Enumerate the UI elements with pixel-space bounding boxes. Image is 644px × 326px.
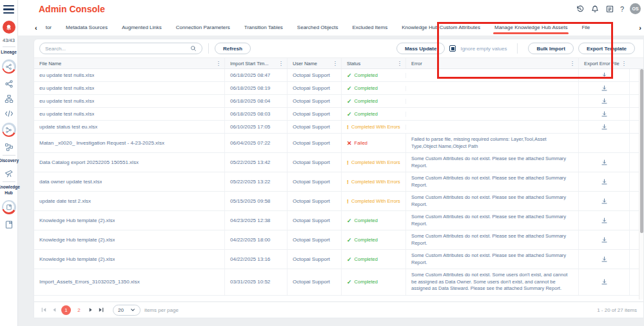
notifications-bell-icon[interactable]: [590, 5, 600, 14]
user-name-cell: Octopai Support: [287, 250, 341, 269]
tab-tor[interactable]: tor: [39, 20, 59, 35]
tab-manage-knowledge-hub-assets[interactable]: Manage Knowledge Hub Assets: [487, 20, 574, 35]
file-name-link[interactable]: Knowledge Hub template (2).xlsx: [39, 237, 115, 243]
download-icon[interactable]: [601, 72, 608, 79]
import-start-cell: 04/22/2025 13:16: [224, 250, 287, 269]
import-start-cell: 06/18/2025 08:04: [224, 95, 287, 107]
toolbar: Refresh Mass Update Ignore empty values …: [34, 39, 643, 57]
download-icon[interactable]: [601, 278, 608, 285]
column-menu-icon[interactable]: ⋮: [278, 60, 284, 66]
file-name-cell: eu update test nulls.xlsx: [34, 95, 224, 107]
column-header-label: Export Error File: [584, 61, 620, 66]
status-label: Completed: [355, 218, 378, 223]
download-icon[interactable]: [601, 110, 608, 117]
file-name-link[interactable]: data owner update test.xlsx: [39, 179, 102, 185]
table-row: Knowledge Hub template (2).xlsx04/22/202…: [34, 230, 643, 250]
telescope-icon[interactable]: [5, 169, 14, 178]
download-icon[interactable]: [601, 123, 608, 130]
file-name-link[interactable]: eu update test nulls.xlsx: [39, 111, 94, 117]
lineage-ring-icon[interactable]: [2, 59, 16, 74]
tab-file[interactable]: File: [574, 20, 597, 35]
status-cell: !Completed With Errors: [341, 192, 405, 210]
help-icon[interactable]: ?: [620, 5, 624, 13]
download-icon[interactable]: [601, 256, 608, 263]
tab-searched-objects[interactable]: Searched Objects: [290, 20, 346, 35]
page-size-select[interactable]: 20: [113, 305, 141, 316]
search-box[interactable]: [39, 43, 202, 54]
download-icon[interactable]: [601, 159, 608, 166]
download-icon[interactable]: [601, 236, 608, 243]
status-cell: ✓Completed: [341, 250, 405, 269]
refresh-button[interactable]: Refresh: [215, 43, 251, 54]
file-name-link[interactable]: eu update test nulls.xlsx: [39, 85, 94, 91]
error-cell: Some Custom Attributes do not exist. Ple…: [405, 192, 578, 210]
knowledge-hub-ring-icon[interactable]: [2, 200, 16, 214]
notebook-icon[interactable]: [5, 220, 14, 229]
mass-update-button[interactable]: Mass Update: [396, 43, 445, 54]
column-menu-icon[interactable]: ⋮: [570, 60, 576, 66]
file-name-link[interactable]: Matan _x0020_ Investigation Request - 4-…: [39, 140, 164, 146]
next-page-icon[interactable]: [88, 307, 94, 313]
export-template-button[interactable]: Export Template: [578, 43, 635, 54]
last-page-icon[interactable]: [98, 307, 104, 313]
file-name-cell: eu update test nulls.xlsx: [34, 69, 224, 81]
user-name-cell: Octopai Support: [287, 134, 341, 152]
ignore-empty-values-checkbox[interactable]: [449, 45, 456, 52]
table-row: eu update test nulls.xlsx06/18/2025 08:0…: [34, 108, 643, 121]
download-icon[interactable]: [601, 97, 608, 105]
sidebar-divider: [3, 46, 15, 47]
export-error-file-cell: [578, 108, 629, 120]
file-name-cell: Import_Assets_Errors_31032025_1350.xlsx: [34, 269, 224, 295]
share-ring-icon[interactable]: [2, 123, 16, 137]
page-button-1[interactable]: 1: [61, 305, 71, 315]
user-name-cell: Octopai Support: [287, 230, 341, 249]
file-name-link[interactable]: Import_Assets_Errors_31032025_1350.xlsx: [39, 279, 140, 285]
history-icon[interactable]: [576, 5, 585, 14]
tab-scroll-right-icon[interactable]: ›: [638, 24, 643, 32]
column-menu-icon[interactable]: ⋮: [216, 60, 222, 66]
octopus-logo[interactable]: [3, 21, 15, 34]
file-name-link[interactable]: Knowledge Hub template (2).xlsx: [39, 256, 115, 262]
column-header-label: User Name: [293, 61, 317, 66]
error-cell: Some Custom Attributes do not exist. Ple…: [405, 230, 578, 249]
page-button-2[interactable]: 2: [74, 305, 84, 315]
file-name-link[interactable]: eu update test nulls.xlsx: [39, 98, 94, 104]
share-nodes-icon[interactable]: [5, 79, 14, 88]
search-input[interactable]: [45, 46, 190, 52]
tab-connection-parameters[interactable]: Connection Parameters: [169, 20, 237, 35]
tab-transition-tables[interactable]: Transition Tables: [237, 20, 290, 35]
search-icon[interactable]: [190, 45, 197, 52]
file-name-link[interactable]: Knowledge Hub template (2).xlsx: [39, 218, 115, 223]
tab-knowledge-hub-custom-attributes[interactable]: Knowledge Hub Custom Attributes: [395, 20, 487, 35]
user-avatar[interactable]: OS: [630, 3, 641, 14]
file-name-link[interactable]: Data Catalog export 20252205 150551.xlsx: [39, 159, 139, 165]
code-compare-icon[interactable]: [5, 109, 14, 118]
linked-boxes-icon[interactable]: [5, 143, 14, 152]
bulk-import-button[interactable]: Bulk Import: [528, 43, 573, 54]
download-icon[interactable]: [601, 85, 608, 92]
download-icon[interactable]: [601, 178, 608, 185]
prev-page-icon[interactable]: [51, 307, 57, 313]
download-icon[interactable]: [601, 198, 608, 205]
file-name-link[interactable]: eu update test nulls.xlsx: [39, 72, 94, 78]
scrollbar-thumb[interactable]: [640, 69, 643, 233]
file-name-link[interactable]: update date test 2.xlsx: [39, 198, 91, 204]
tab-augmented-links[interactable]: Augmented Links: [115, 20, 169, 35]
tab-metadata-sources[interactable]: Metadata Sources: [59, 20, 115, 35]
column-menu-icon[interactable]: ⋮: [621, 60, 627, 66]
import-start-cell: 05/22/2025 13:22: [224, 172, 287, 191]
hierarchy-icon[interactable]: [5, 94, 14, 103]
release-notes-icon[interactable]: [605, 5, 614, 14]
tab-scroll-left-icon[interactable]: ‹: [34, 24, 39, 32]
vertical-scrollbar[interactable]: [639, 69, 643, 300]
status-label: Completed: [355, 256, 378, 262]
file-name-link[interactable]: update status test eu.xlsx: [39, 124, 97, 130]
download-icon[interactable]: [601, 217, 608, 224]
column-menu-icon[interactable]: ⋮: [397, 60, 403, 66]
column-menu-icon[interactable]: ⋮: [333, 60, 338, 66]
tab-excluded-items[interactable]: Excluded Items: [345, 20, 395, 35]
first-page-icon[interactable]: [41, 307, 47, 313]
hamburger-menu-icon[interactable]: [3, 5, 14, 14]
sidebar-section-lineage: Lineage: [1, 50, 17, 55]
user-name-cell: Octopai Support: [287, 82, 341, 94]
